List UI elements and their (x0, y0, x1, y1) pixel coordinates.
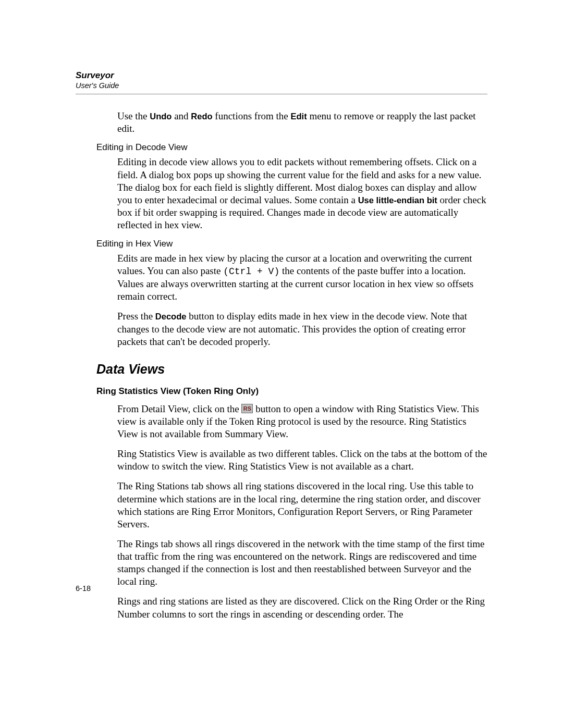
data-views-heading: Data Views (96, 362, 487, 377)
ctrl-v-shortcut: (Ctrl + V) (223, 266, 279, 277)
ring-stats-paragraph-4: The Rings tab shows all rings discovered… (117, 538, 487, 588)
page-header: Surveyor User's Guide (76, 70, 487, 91)
text-fragment: functions from the (213, 110, 291, 121)
text-fragment: Press the (117, 311, 155, 322)
ring-stats-icon: RS (241, 404, 253, 413)
text-fragment: From Detail View, click on the (117, 403, 241, 414)
ring-stats-paragraph-1: From Detail View, click on the RS button… (117, 403, 487, 440)
ring-stats-paragraph-2: Ring Statistics View is available as two… (117, 448, 487, 473)
redo-label: Redo (191, 112, 212, 121)
decode-view-heading: Editing in Decode View (96, 142, 487, 153)
undo-label: Undo (150, 112, 172, 121)
page-number: 6-18 (76, 584, 91, 593)
text-fragment: and (172, 110, 191, 121)
decode-view-paragraph: Editing in decode view allows you to edi… (117, 156, 487, 231)
little-endian-label: Use little-endian bit (358, 195, 437, 205)
document-title: Surveyor (76, 70, 487, 81)
header-divider (76, 94, 487, 94)
text-fragment: Use the (117, 110, 150, 121)
ring-stats-paragraph-5: Rings and ring stations are listed as th… (117, 595, 487, 620)
page-content: Use the Undo and Redo functions from the… (76, 110, 487, 620)
ring-stats-heading: Ring Statistics View (Token Ring Only) (96, 386, 487, 397)
edit-menu-label: Edit (290, 112, 307, 121)
document-subtitle: User's Guide (76, 81, 487, 91)
decode-button-label: Decode (155, 312, 187, 321)
intro-paragraph: Use the Undo and Redo functions from the… (117, 110, 487, 135)
hex-view-heading: Editing in Hex View (96, 239, 487, 249)
hex-view-paragraph-2: Press the Decode button to display edits… (117, 310, 487, 348)
hex-view-paragraph-1: Edits are made in hex view by placing th… (117, 252, 487, 303)
ring-stats-paragraph-3: The Ring Stations tab shows all ring sta… (117, 480, 487, 530)
